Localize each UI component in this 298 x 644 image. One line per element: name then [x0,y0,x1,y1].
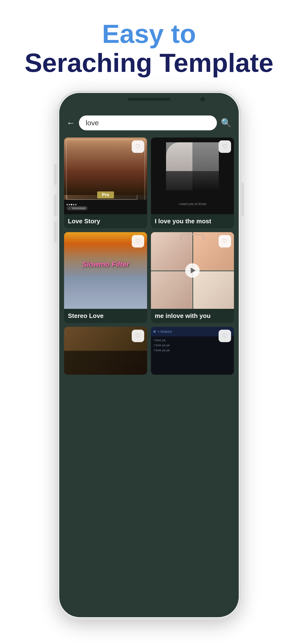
template-card-stereo-love[interactable]: Slowmo Filter ♡ Stereo Love [64,232,147,323]
lyrics-dot-1 [153,330,156,333]
favorite-btn-1[interactable]: ♡ [132,140,144,153]
partial-card-right[interactable]: < Notions c... I love ya I love ya ya I … [151,327,234,375]
template-grid: Pro [64,138,234,323]
template-card-anime[interactable]: ♡ me inlove with you [151,232,234,323]
phone-frame: ← love 🔍 [58,92,240,618]
card-label-4: me inlove with you [151,309,234,323]
search-bar: ← love 🔍 [59,112,239,134]
card-thumbnail-love-story: Pro [64,138,147,214]
anime-cell-4 [193,271,234,309]
play-button[interactable] [185,263,200,278]
want-to-know-text: I want you to know [179,202,206,206]
lyric-line-2: I love ya ya [154,343,231,347]
anime-cell-3 [151,271,192,309]
heart-icon-2: ♡ [222,143,227,150]
heart-icon-5: ♡ [135,332,140,339]
play-icon [191,268,196,273]
lyric-line-3: I love ya ya [154,348,231,352]
lyrics-nav-text: < Notions [158,330,226,334]
notch-dot [200,97,205,102]
template-card-love-story[interactable]: Pro [64,138,147,228]
slowmo-filter-text: Slowmo Filter [82,260,129,268]
favorite-btn-4[interactable]: ♡ [219,235,231,248]
velocidade-tag: ✓ Velocidade [66,206,88,210]
search-button[interactable]: 🔍 [221,118,232,128]
content-area: Pro [59,134,239,378]
search-input[interactable]: love [79,116,217,130]
search-query: love [86,119,99,127]
headphone-arc [181,234,204,241]
header-section: Easy to Seraching Template [25,0,273,77]
template-card-i-love[interactable]: I want you to know ♡ I love you the most [151,138,234,228]
favorite-btn-2[interactable]: ♡ [219,140,231,153]
partial-card-left[interactable]: ♡ [64,327,147,375]
phone-inner: ← love 🔍 [59,93,239,617]
heart-icon-6: ♡ [222,332,227,339]
editor-bar: ✓ Velocidade [64,200,147,214]
card-label-3: Stereo Love [64,309,147,323]
heart-icon-3: ♡ [135,238,140,244]
card-thumbnail-i-love: I want you to know ♡ [151,138,234,214]
favorite-btn-3[interactable]: ♡ [132,235,144,248]
back-button[interactable]: ← [66,118,75,128]
notch-pill [127,98,171,100]
phone-mockup: ← love 🔍 [58,92,240,618]
card-thumbnail-slowmo: Slowmo Filter ♡ [64,232,147,309]
pro-badge: Pro [97,192,114,198]
favorite-btn-6[interactable]: ♡ [219,330,231,342]
card-label-2: I love you the most [151,214,234,228]
favorite-btn-5[interactable]: ♡ [132,330,144,342]
title-line2: Seraching Template [25,48,273,77]
title-line1: Easy to [25,19,273,48]
card-thumbnail-anime: ♡ [151,232,234,309]
phone-top-bar [59,93,239,112]
card-label-1: Love Story [64,214,147,228]
heart-icon-1: ♡ [135,143,140,150]
heart-icon-4: ♡ [222,238,227,244]
partial-row: ♡ < Notions c... I love ya I love ya ya [64,327,234,375]
